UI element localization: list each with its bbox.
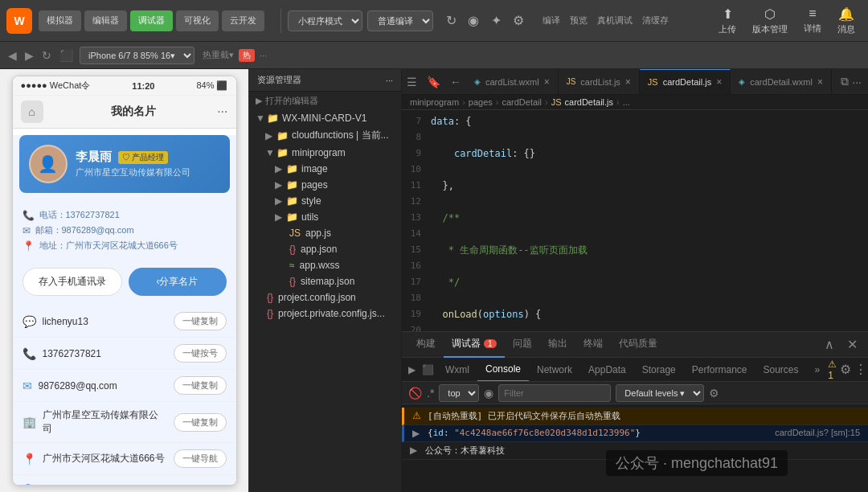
editor-tabs: ☰ 🔖 ← ◈ cardList.wxml × JS cardList.js ×… <box>402 69 868 95</box>
tab-carddetail-wxml[interactable]: ◈ cardDetail.wxml × <box>731 69 832 95</box>
editor-btn[interactable]: 编辑器 <box>84 10 127 31</box>
tab-code-quality[interactable]: 代码质量 <box>611 332 665 358</box>
hot-reload-btn[interactable]: 热重截▾ <box>203 49 234 61</box>
tree-cloudfunctions[interactable]: ▶ 📁 cloudfunctions | 当前... <box>249 126 401 145</box>
card-name: 李晨雨 <box>76 150 112 165</box>
tab-close-icon[interactable]: × <box>716 76 722 88</box>
devtools-tab-appdata[interactable]: AppData <box>580 358 634 382</box>
nav-refresh-btn[interactable]: ↻ <box>40 47 53 64</box>
debugger-btn[interactable]: 调试器 <box>130 10 173 31</box>
file-tree-menu[interactable]: ··· <box>386 76 393 85</box>
regex-btn[interactable]: .* <box>427 387 434 400</box>
console-filter-input[interactable] <box>498 384 611 402</box>
devtools-more-btn[interactable]: » <box>807 358 829 382</box>
version-mgmt-btn[interactable]: ⬡ 版本管理 <box>746 3 794 39</box>
tab-issues[interactable]: 问题 <box>505 332 540 358</box>
simulator-btn[interactable]: 模拟器 <box>39 10 81 31</box>
code-editor[interactable]: 7 data: { 8 9 cardDetail: {} 10 11 }, 12 <box>402 110 868 331</box>
split-editor-icon[interactable]: ⧉ <box>841 75 849 88</box>
tree-app-json[interactable]: {} app.json <box>249 241 401 257</box>
star-icon-btn[interactable]: ✦ <box>485 10 507 32</box>
phone-more-icon[interactable]: ··· <box>217 105 227 119</box>
tab-close-icon[interactable]: × <box>625 76 631 88</box>
expand-icon[interactable]: ▶ <box>412 428 420 439</box>
tab-cardlist-js[interactable]: JS cardList.js × <box>559 69 640 95</box>
navigate-btn[interactable]: 一键导航 <box>174 449 227 468</box>
copy-company-btn[interactable]: 一键复制 <box>174 413 227 432</box>
sidebar-toggle-btn[interactable]: ☰ <box>402 76 422 88</box>
log-level-select[interactable]: Default levels ▾ <box>616 384 704 402</box>
call-btn[interactable]: 一键按号 <box>174 344 227 363</box>
sub-compile[interactable]: 编译 <box>542 14 560 27</box>
tree-image[interactable]: ▶ 📁 image <box>249 161 401 177</box>
settings-gear-icon[interactable]: ⚙ <box>709 387 719 400</box>
devtools-tab-performance[interactable]: Performance <box>684 358 755 382</box>
sub-preview[interactable]: 预览 <box>570 14 588 27</box>
tune-icon-btn[interactable]: ⚙ <box>507 10 530 32</box>
tab-label: cardList.wxml <box>485 77 539 87</box>
issues-label: 问题 <box>513 337 532 351</box>
sub-real[interactable]: 真机调试 <box>597 14 633 27</box>
devtools-tab-wxml[interactable]: Wxml <box>437 358 477 382</box>
devtools-more-icon[interactable]: ⋮ <box>854 362 867 377</box>
tab-cardlist-wxml[interactable]: ◈ cardList.wxml × <box>466 69 559 95</box>
devtools-tab-sources[interactable]: Sources <box>755 358 806 382</box>
tree-sitemap[interactable]: {} sitemap.json <box>249 273 401 289</box>
device-select[interactable]: iPhone 6/7 8 85% 16▾ <box>80 47 194 64</box>
more-dots[interactable]: ··· <box>260 51 267 60</box>
console-warn-row: ⚠ [自动热重载] 已开启代码文件保存后自动热重载 <box>402 408 868 425</box>
message-btn[interactable]: 🔔 消息 <box>831 3 862 39</box>
close-debugger-btn[interactable]: ✕ <box>842 335 862 355</box>
tree-pages[interactable]: ▶ 📁 pages <box>249 177 401 193</box>
nav-stop-btn[interactable]: ⬛ <box>58 47 75 64</box>
clear-console-btn[interactable]: 🚫 <box>408 387 422 400</box>
tab-debugger[interactable]: 调试器 1 <box>444 332 505 358</box>
tree-utils[interactable]: ▶ 📁 utils <box>249 209 401 225</box>
copy-wechat-btn[interactable]: 一键复制 <box>174 312 227 330</box>
refresh-icon-btn[interactable]: ↻ <box>440 10 462 32</box>
source-link[interactable]: cardDetail.js? [sm]:15 <box>775 428 860 437</box>
tab-output[interactable]: 输出 <box>540 332 575 358</box>
nav-fwd-btn[interactable]: ▶ <box>23 47 35 64</box>
tree-app-wxss[interactable]: ≈ app.wxss <box>249 257 401 273</box>
sub-cache[interactable]: 清缓存 <box>642 14 669 27</box>
tree-app-js[interactable]: JS app.js <box>249 225 401 241</box>
expand-icon2[interactable]: ▶ <box>410 445 417 456</box>
copy-email-btn[interactable]: 一键复制 <box>174 376 227 395</box>
tab-build[interactable]: 构建 <box>408 332 444 358</box>
debugger-panel: 构建 调试器 1 问题 输出 终端 代码质量 <box>402 331 868 492</box>
eye-filter-icon[interactable]: ◉ <box>484 387 493 400</box>
detail-btn[interactable]: ≡ 详情 <box>797 3 828 38</box>
main-nav-buttons: 模拟器 编辑器 调试器 可视化 云开发 <box>39 10 264 31</box>
settings-icon[interactable]: ⚙ <box>840 362 851 377</box>
save-contacts-btn[interactable]: 存入手机通讯录 <box>23 268 122 296</box>
visualize-btn[interactable]: 可视化 <box>176 10 219 31</box>
tab-terminal[interactable]: 终端 <box>575 332 611 358</box>
cloud-btn[interactable]: 云开发 <box>222 10 264 31</box>
devtools-stop-btn[interactable]: ⬛ <box>419 364 437 375</box>
back-btn[interactable]: ← <box>445 76 466 88</box>
devtools-tab-network[interactable]: Network <box>529 358 580 382</box>
compile-select[interactable]: 普通编译 <box>367 10 433 31</box>
context-select[interactable]: top <box>439 384 479 402</box>
devtools-run-btn[interactable]: ▶ <box>405 364 419 375</box>
collapse-btn[interactable]: ∧ <box>820 335 839 355</box>
message-label: 消息 <box>837 23 855 35</box>
tree-style[interactable]: ▶ 📁 style <box>249 193 401 209</box>
tab-carddetail-js[interactable]: JS cardDetail.js × <box>640 69 731 95</box>
tab-close-icon[interactable]: × <box>817 76 823 88</box>
project-root-item[interactable]: ▼ 📁 WX-MINI-CARD-V1 <box>249 110 401 126</box>
tree-project-private[interactable]: {} project.private.config.js... <box>249 305 401 322</box>
home-icon[interactable]: ⌂ <box>21 100 43 123</box>
devtools-tab-console[interactable]: Console <box>477 358 529 382</box>
tree-project-config[interactable]: {} project.config.json <box>249 289 401 305</box>
eye-icon-btn[interactable]: ◉ <box>462 10 485 32</box>
devtools-tab-storage[interactable]: Storage <box>634 358 684 382</box>
tree-miniprogram[interactable]: ▼ 📁 miniprogram <box>249 145 401 161</box>
more-tabs-icon[interactable]: ··· <box>852 76 862 88</box>
tab-close-icon[interactable]: × <box>544 76 550 88</box>
upload-btn[interactable]: ⬆ 上传 <box>712 3 743 39</box>
share-card-btn[interactable]: ‹分享名片 <box>129 268 227 296</box>
nav-back-btn[interactable]: ◀ <box>6 47 18 64</box>
mode-select[interactable]: 小程序模式 <box>288 10 362 31</box>
